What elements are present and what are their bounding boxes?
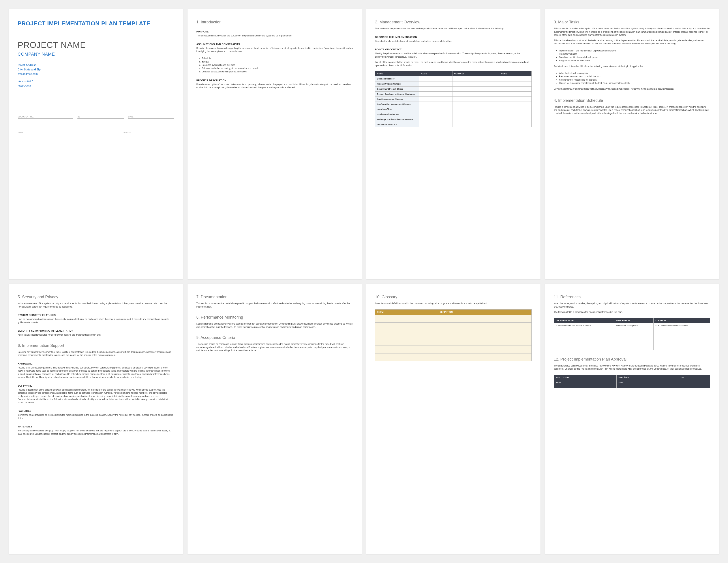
major-tasks-list1: Implementation / site identification of … (554, 49, 710, 62)
contact-row: System Developer or System Maintainer (375, 92, 532, 97)
glossary-row (375, 322, 532, 330)
sig-label-date: DATE (128, 116, 174, 118)
page-introduction: 1. Introduction Purpose This subsection … (188, 9, 362, 279)
contact-row: Database Administrator (375, 112, 532, 117)
assumptions-list: Schedule Budget Resource availability an… (196, 57, 353, 73)
subheading-describe-implementation: Describe the Implementation (375, 36, 532, 38)
approval-row: NAME TITLE (554, 380, 710, 388)
heading-acceptance: 9. Acceptance Criteria (196, 336, 353, 340)
subheading-facilities: Facilities (18, 410, 174, 412)
subheading-materials: Materials (18, 425, 174, 428)
page-cover: PROJECT IMPLEMENTATION PLAN TEMPLATE PRO… (9, 9, 183, 279)
references-text2: The following table summarizes the docum… (554, 311, 710, 314)
major-tasks-text2: This section should account for all the … (554, 39, 710, 45)
heading-performance: 8. Performance Monitoring (196, 315, 353, 320)
sig-label-email: EMAIL (18, 131, 119, 133)
project-description-text: Provide a description of the project in … (196, 83, 353, 89)
heading-major-tasks: 3. Major Tasks (554, 20, 710, 24)
reference-row: <Document name and version number> <Docu… (554, 323, 710, 332)
purpose-text: This subsection should explain the purpo… (196, 34, 353, 38)
contact-row: Program/Project Manager (375, 81, 532, 86)
task-item: Product evaluation (559, 52, 710, 56)
references-table: DOCUMENT NAME DESCRIPTION LOCATION <Docu… (554, 318, 710, 351)
major-tasks-note: Develop additional or enhanced task list… (554, 87, 710, 91)
assumption-item: Constraints associated with product inte… (202, 70, 353, 73)
col-location: LOCATION (654, 318, 710, 323)
task-item: Key personnel responsible for the task (559, 78, 710, 81)
task-item: Data flow modification and development (559, 56, 710, 59)
reference-row (554, 332, 710, 341)
glossary-row (375, 330, 532, 338)
project-name: PROJECT NAME (18, 40, 174, 50)
assumptions-text: Describe the assumptions made regarding … (196, 47, 353, 53)
col-name: NAME (419, 71, 452, 76)
page-security-support: 5. Security and Privacy Include an overv… (9, 284, 183, 554)
security-features-text: Give an overview and a discussion of the… (18, 318, 174, 324)
heading-introduction: 1. Introduction (196, 20, 353, 24)
facilities-text: Identify the related facilities as well … (18, 414, 174, 420)
materials-text: Identify any lead consequences (e.g., te… (18, 429, 174, 436)
describe-implementation-text: Describe the planned deployment, install… (375, 40, 532, 43)
task-item: Program modifier for the system (559, 59, 710, 62)
acceptance-text: This section should be composed to apply… (196, 343, 353, 352)
approval-table: PRINTED NAME TITLE / ROLE DATE NAME TITL… (554, 375, 710, 388)
sig-label-docno: DOCUMENT NO. (18, 116, 73, 118)
sig-label-phone: PHONE (124, 131, 174, 133)
page-doc-perf-accept: 7. Documentation This section summarizes… (188, 284, 362, 554)
schedule-text: Provide a schedule of activities to be a… (554, 105, 710, 115)
signature-block: DOCUMENT NO. BY DATE EMAIL PHONE (18, 112, 174, 143)
contact-row: Security Officer (375, 107, 532, 112)
col-role2: ROLE (499, 71, 532, 76)
approval-text: The undersigned acknowledge that they ha… (554, 364, 710, 371)
reference-row (554, 341, 710, 350)
subheading-points-of-contact: Points of Contact (375, 48, 532, 51)
col-doc-name: DOCUMENT NAME (554, 318, 614, 323)
col-description: DESCRIPTION (614, 318, 654, 323)
glossary-text: Insert terms and definitions used in thi… (375, 302, 532, 305)
pages-grid: PROJECT IMPLEMENTATION PLAN TEMPLATE PRO… (9, 9, 719, 554)
assumption-item: Resource availability and skill sets (202, 63, 353, 67)
subheading-security-features: System Security Features (18, 314, 174, 317)
col-approve-date: DATE (679, 375, 710, 380)
task-item: Implementation / site identification of … (559, 49, 710, 52)
heading-security: 5. Security and Privacy (18, 295, 174, 300)
support-text: Describe any support developments of too… (18, 351, 174, 357)
contact-row: Government Project Officer (375, 86, 532, 92)
poc-text: Identify the primary contacts, and the i… (375, 52, 532, 58)
subheading-purpose: Purpose (196, 30, 353, 33)
glossary-row (375, 315, 532, 322)
contact-row: Installation Team POC (375, 122, 532, 127)
task-item: What the task will accomplish (559, 71, 710, 75)
performance-text: List requirements and review deviations … (196, 322, 353, 329)
subheading-software: Software (18, 384, 174, 387)
glossary-row (375, 338, 532, 346)
version-number: Version 0.0.0 (18, 80, 174, 83)
sig-label-by: BY (77, 116, 124, 118)
subheading-project-description: Project Description (196, 79, 353, 82)
task-item: Criteria for successful completion of th… (559, 81, 710, 85)
management-text: This section of the plan explains the ro… (375, 27, 532, 30)
table-intro-text: List all of the documents that should be… (375, 61, 532, 67)
assumption-item: Budget (202, 60, 353, 63)
contacts-table: ROLE NAME CONTACT ROLE Business SponsorP… (375, 71, 532, 127)
heading-documentation: 7. Documentation (196, 295, 353, 300)
page-management: 2. Management Overview This section of t… (366, 9, 540, 279)
template-title: PROJECT IMPLEMENTATION PLAN TEMPLATE (18, 20, 174, 27)
references-text1: Insert the name, version number, descrip… (554, 302, 710, 309)
subheading-hardware: Hardware (18, 362, 174, 365)
page-major-tasks: 3. Major Tasks This subsection provides … (545, 9, 719, 279)
task-item: Resources required to accomplish the tas… (559, 75, 710, 78)
glossary-row (375, 346, 532, 353)
major-tasks-mid: Each task description should include the… (554, 65, 710, 68)
heading-management: 2. Management Overview (375, 20, 532, 24)
heading-references: 11. References (554, 295, 710, 300)
assumption-item: Software and other technology to be reus… (202, 67, 353, 70)
glossary-table: TERM DEFINITION (375, 309, 532, 361)
contact-row: Quality Assurance Manager (375, 97, 532, 102)
col-term: TERM (375, 309, 438, 315)
security-setup-text: Address any specifier features for secur… (18, 334, 174, 337)
city-state-zip: City, State and Zip (18, 68, 174, 71)
heading-glossary: 10. Glossary (375, 295, 532, 300)
security-text: Include an overview of the system securi… (18, 302, 174, 309)
contact-row: Training Coordinator / Documentation (375, 117, 532, 122)
